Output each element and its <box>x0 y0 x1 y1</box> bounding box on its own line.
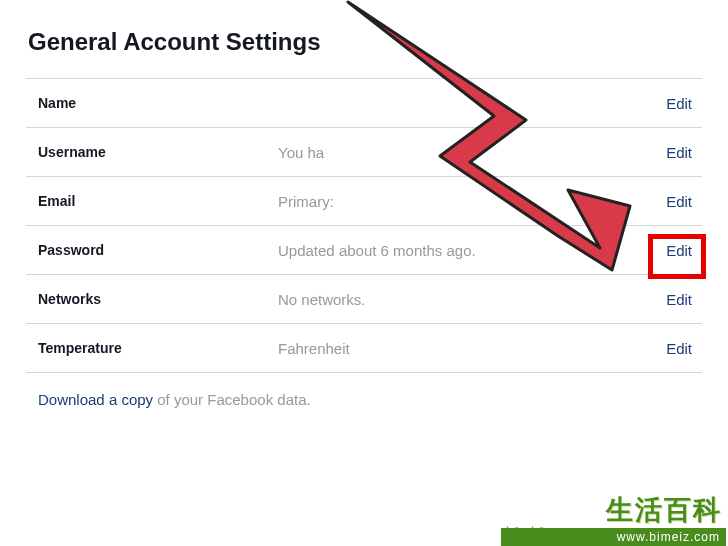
download-rest-text: of your Facebook data. <box>153 391 311 408</box>
row-username: Username You ha Edit <box>26 128 702 177</box>
row-name-label: Name <box>28 95 278 111</box>
leaf-icon: ❧❧ <box>503 522 553 544</box>
row-temperature-label: Temperature <box>28 340 278 356</box>
settings-page: General Account Settings Name Edit Usern… <box>0 0 728 408</box>
row-networks-label: Networks <box>28 291 278 307</box>
row-temperature: Temperature Fahrenheit Edit <box>26 324 702 373</box>
row-password-label: Password <box>28 242 278 258</box>
row-networks-value: No networks. <box>278 291 666 308</box>
row-networks: Networks No networks. Edit <box>26 275 702 324</box>
watermark: ❧❧ 生活百科 www.bimeiz.com <box>501 488 726 546</box>
row-email: Email Primary: Edit <box>26 177 702 226</box>
download-line: Download a copy of your Facebook data. <box>26 373 702 408</box>
watermark-cn: 生活百科 <box>606 492 722 528</box>
edit-temperature-link[interactable]: Edit <box>666 340 700 357</box>
row-password-value: Updated about 6 months ago. <box>278 242 666 259</box>
edit-email-link[interactable]: Edit <box>666 193 700 210</box>
row-username-label: Username <box>28 144 278 160</box>
edit-username-link[interactable]: Edit <box>666 144 700 161</box>
edit-networks-link[interactable]: Edit <box>666 291 700 308</box>
download-copy-link[interactable]: Download a copy <box>38 391 153 408</box>
page-title: General Account Settings <box>28 28 702 56</box>
settings-list: Name Edit Username You ha Edit Email Pri… <box>26 78 702 373</box>
watermark-url: www.bimeiz.com <box>501 528 726 546</box>
edit-name-link[interactable]: Edit <box>666 95 700 112</box>
row-email-label: Email <box>28 193 278 209</box>
row-password: Password Updated about 6 months ago. Edi… <box>26 226 702 275</box>
row-username-value: You ha <box>278 144 666 161</box>
row-name: Name Edit <box>26 79 702 128</box>
row-temperature-value: Fahrenheit <box>278 340 666 357</box>
row-email-value: Primary: <box>278 193 666 210</box>
edit-password-link[interactable]: Edit <box>666 242 700 259</box>
